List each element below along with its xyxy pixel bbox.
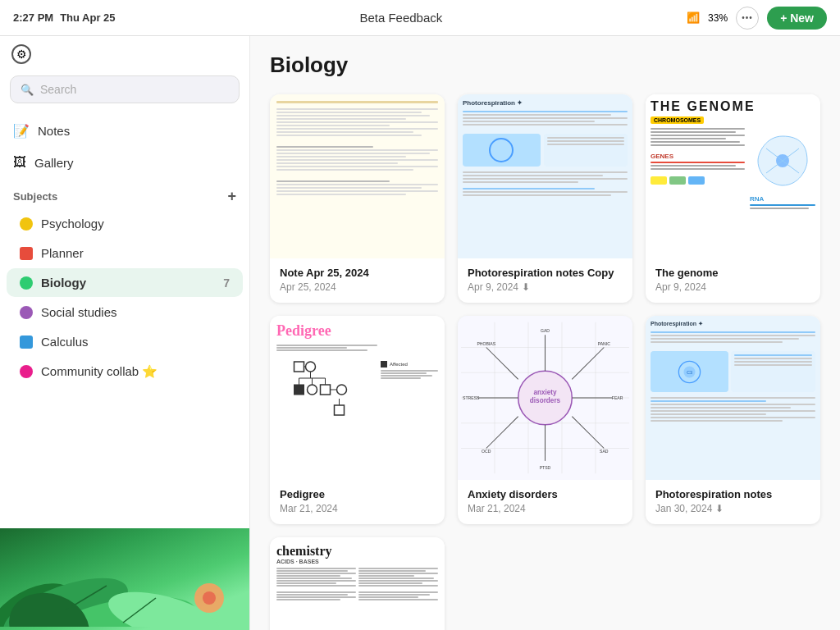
note-info-3: The genome Apr 9, 2024 [646, 258, 820, 303]
svg-point-24 [337, 385, 347, 395]
note-thumbnail-2: Photorespiration ✦ [458, 94, 632, 258]
note-title-4: Pedigree [280, 488, 435, 500]
svg-text:STRESS: STRESS [463, 395, 480, 400]
community-collab-dot [20, 365, 33, 378]
time-display: 2:27 PM [13, 11, 53, 24]
svg-line-44 [572, 417, 604, 449]
svg-text:PTSD: PTSD [540, 465, 551, 470]
social-studies-label: Social studies [41, 305, 117, 319]
note-info-6: Photorespiration notes Jan 30, 2024 ⬇ [646, 480, 820, 524]
note-date-1: Apr 25, 2024 [280, 281, 435, 293]
top-bar: 2:27 PM Thu Apr 25 Beta Feedback 📶 33% •… [0, 0, 840, 36]
biology-count: 7 [223, 276, 230, 290]
social-studies-dot [20, 306, 33, 319]
note-date-4: Mar 21, 2024 [280, 503, 435, 514]
sidebar-illustration [0, 528, 249, 630]
note-thumbnail-5: anxiety disorders PHOB [458, 316, 632, 480]
chem-title: chemistry [276, 544, 438, 559]
svg-text:anxiety: anxiety [533, 389, 557, 396]
note-date-5: Mar 21, 2024 [468, 503, 623, 514]
psychology-dot [20, 217, 33, 231]
svg-line-39 [486, 348, 518, 380]
settings-button[interactable] [11, 44, 31, 64]
notes-label: Notes [38, 124, 70, 138]
search-placeholder: Search [40, 83, 76, 96]
svg-rect-26 [335, 405, 345, 415]
svg-text:GAD: GAD [541, 328, 550, 333]
planner-label: Planner [41, 246, 84, 260]
sidebar-item-social-studies[interactable]: Social studies [7, 298, 243, 326]
sidebar-item-biology[interactable]: Biology 7 [7, 268, 243, 297]
more-button[interactable]: ••• [736, 7, 759, 30]
search-bar[interactable]: 🔍 Search [10, 75, 240, 103]
svg-rect-22 [321, 385, 331, 395]
psychology-label: Psychology [41, 217, 104, 231]
anxiety-thumb: anxiety disorders PHOB [458, 316, 632, 480]
sidebar-item-notes[interactable]: 📝 Notes [0, 115, 249, 147]
sidebar-item-calculus[interactable]: Calculus [7, 327, 243, 356]
search-icon: 🔍 [21, 84, 34, 96]
top-bar-left: 2:27 PM Thu Apr 25 [13, 11, 116, 24]
new-button[interactable]: + New [767, 7, 827, 30]
svg-text:PANIC: PANIC [598, 341, 611, 346]
community-collab-label: Community collab ⭐ [41, 364, 158, 379]
note-card-3[interactable]: THE GENOME CHROMOSOMES [646, 94, 820, 303]
svg-point-6 [203, 591, 216, 605]
sidebar-bottom [0, 528, 249, 630]
note-card-5[interactable]: anxiety disorders PHOB [458, 316, 632, 524]
note-card-6[interactable]: Photorespiration ✦ C3 [646, 316, 820, 524]
note-title-6: Photorespiration notes [655, 488, 810, 500]
note-card-2[interactable]: Photorespiration ✦ [458, 94, 632, 303]
biology-dot [20, 276, 33, 290]
note-title-5: Anxiety disorders [468, 488, 623, 500]
content-area: Biology [250, 36, 840, 630]
note-title-2: Photorespiration notes Copy [468, 267, 623, 279]
svg-text:PHOBIAS: PHOBIAS [477, 341, 495, 346]
note-info-4: Pedigree Mar 21, 2024 [270, 480, 445, 524]
sidebar-item-planner[interactable]: Planner [7, 239, 243, 267]
note-info-5: Anxiety disorders Mar 21, 2024 [458, 480, 632, 524]
sidebar-item-community-collab[interactable]: Community collab ⭐ [7, 357, 243, 386]
pedigree-thumb: Pedigree [270, 316, 445, 480]
note-date-3: Apr 9, 2024 [655, 281, 810, 293]
note-title-1: Note Apr 25, 2024 [280, 267, 435, 279]
svg-text:SAD: SAD [600, 449, 609, 454]
note-thumbnail-4: Pedigree [270, 316, 445, 480]
add-subject-button[interactable]: + [227, 188, 236, 205]
svg-text:FEAR: FEAR [612, 395, 623, 400]
note-card-1[interactable]: Note Apr 25, 2024 Apr 25, 2024 [270, 94, 445, 303]
notes-grid: Note Apr 25, 2024 Apr 25, 2024 Photoresp… [270, 94, 820, 630]
svg-text:disorders: disorders [530, 397, 561, 404]
svg-point-21 [308, 385, 317, 395]
top-bar-right: 📶 33% ••• + New [687, 7, 827, 30]
pedigree-title: Pedigree [276, 322, 438, 340]
calculus-label: Calculus [41, 335, 89, 349]
download-icon-6: ⬇ [715, 503, 724, 514]
notes-icon: 📝 [13, 123, 30, 139]
note-title-3: The genome [655, 267, 810, 279]
genome-thumb: THE GENOME CHROMOSOMES [646, 94, 820, 258]
gallery-label: Gallery [34, 156, 74, 170]
note-thumbnail-7: chemistry ACIDS · BASES [270, 537, 445, 630]
wifi-icon: 📶 [687, 11, 700, 24]
note-card-7[interactable]: chemistry ACIDS · BASES [270, 537, 445, 630]
svg-rect-12 [294, 362, 304, 372]
main-layout: 🔍 Search 📝 Notes 🖼 Gallery Subjects + Ps… [0, 36, 840, 630]
planner-dot [20, 247, 33, 260]
note-info-1: Note Apr 25, 2024 Apr 25, 2024 [270, 258, 445, 303]
svg-rect-20 [294, 385, 304, 395]
svg-text:OCD: OCD [482, 449, 491, 454]
app-title: Beta Feedback [359, 11, 442, 25]
sidebar-item-psychology[interactable]: Psychology [7, 209, 243, 238]
biology-label: Biology [41, 276, 86, 290]
sidebar-item-gallery[interactable]: 🖼 Gallery [0, 147, 249, 178]
note-card-4[interactable]: Pedigree [270, 316, 445, 524]
note-info-2: Photorespiration notes Copy Apr 9, 2024 … [458, 258, 632, 303]
gallery-icon: 🖼 [13, 155, 26, 170]
date-display: Thu Apr 25 [60, 11, 115, 24]
sidebar-nav: 📝 Notes 🖼 Gallery [0, 112, 249, 181]
subjects-section: Subjects + [0, 181, 249, 208]
svg-line-42 [486, 417, 518, 449]
sidebar: 🔍 Search 📝 Notes 🖼 Gallery Subjects + Ps… [0, 36, 250, 630]
note-date-2: Apr 9, 2024 ⬇ [468, 281, 623, 293]
